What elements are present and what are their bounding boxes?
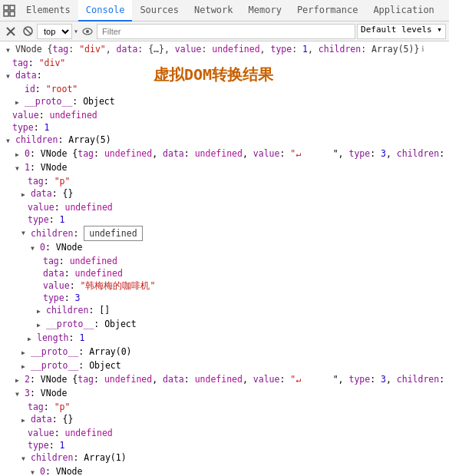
toggle-child2[interactable] [15,373,25,387]
console-line-ch0-value: value: "韩梅梅的咖啡机" [0,279,449,292]
console-line-ch0-array0: length: 1 [0,332,449,345]
toggle-child1-ch0[interactable] [31,241,40,255]
console-line-children-proto1: __proto__: Array(0) [0,345,449,359]
tooltip-undefined: undefined [84,226,142,241]
toggle-child3-data[interactable] [21,413,31,427]
tab-console[interactable]: Console [78,0,133,21]
console-line-child3-value: value: undefined [0,427,449,439]
console-line-child1-type: type: 1 [0,213,449,226]
tab-elements[interactable]: Elements [18,0,78,21]
console-line-value: value: undefined [0,109,449,121]
console-line-child3-ch0: 0: VNode [0,465,449,476]
console-toolbar: top ▾ Default levels ▾ [0,21,449,41]
context-select[interactable]: top [37,24,72,39]
console-line-child3-children: children: Array(1) [0,451,449,465]
toggle-child1[interactable] [15,161,25,175]
toggle-child3-children[interactable] [21,451,31,465]
toggle-vnode-root[interactable] [6,43,15,57]
eye-button[interactable] [80,24,95,39]
svg-point-9 [86,30,89,33]
annotation-label: 虚拟DOM转换结果 [154,64,273,85]
expand-icon-1[interactable]: ℹ [421,43,432,54]
console-line-child0: 0: VNode {tag: undefined, data: undefine… [0,147,449,161]
console-line-child1-value: value: undefined [0,201,449,213]
toggle-ch0-children[interactable] [37,304,46,318]
toggle-ch0-proto[interactable] [37,318,46,332]
console-line-ch0-children: children: [] [0,304,449,318]
svg-rect-3 [10,12,15,16]
console-line-ch0-data: data: undefined [0,267,449,279]
context-arrow[interactable]: ▾ [74,27,78,35]
console-line-ch0-type: type: 3 [0,292,449,304]
console-line-child1-proto: __proto__: Object [0,359,449,373]
console-line-children-expand: children: Array(5) [0,134,449,147]
devtools-icon [3,5,15,17]
console-line-child3-type: type: 1 [0,439,449,451]
stop-button[interactable] [20,24,35,39]
console-line-child1-expand: 1: VNode [0,161,449,175]
tab-sources[interactable]: Sources [132,0,187,21]
toggle-child0[interactable] [15,147,25,161]
default-levels-button[interactable]: Default levels ▾ [357,24,446,39]
console-line-ch0-tag: tag: undefined [0,255,449,267]
toggle-proto-data[interactable] [15,95,25,109]
console-line-child2: 2: VNode {tag: undefined, data: undefine… [0,373,449,387]
clear-console-button[interactable] [3,24,18,39]
console-line-child1-data: data: {} [0,187,449,201]
tab-bar: Elements Console Sources Network Memory … [0,0,449,21]
console-line-child3-tag: tag: "p" [0,401,449,413]
toggle-child1-children[interactable] [21,226,31,240]
tab-memory[interactable]: Memory [241,0,289,21]
tab-application[interactable]: Application [365,0,441,21]
toggle-child3[interactable] [15,387,25,401]
toggle-ch0-array0[interactable] [28,332,37,345]
toggle-children[interactable] [6,134,15,147]
svg-rect-0 [4,5,8,10]
console-area: 虚拟DOM转换结果 VNode {tag: "div", data: {…}, … [0,41,449,476]
console-log-line-1: VNode {tag: "div", data: {…}, value: und… [0,43,449,57]
filter-input[interactable] [97,24,355,39]
svg-rect-1 [10,5,15,10]
console-line-child3-expand: 3: VNode [0,387,449,401]
tab-performance[interactable]: Performance [289,0,365,21]
svg-rect-2 [4,12,8,16]
console-line-type: type: 1 [0,121,449,134]
console-line-proto-data: __proto__: Object [0,95,449,109]
svg-line-7 [25,28,31,34]
toggle-child3-ch0[interactable] [31,465,40,476]
tab-security[interactable]: Security [442,0,449,21]
console-line-child1-ch0: 0: VNode [0,241,449,255]
console-line-child3-data: data: {} [0,413,449,427]
console-line-child1-children: children: undefined [0,226,449,241]
toggle-children-proto1[interactable] [21,345,31,359]
toggle-data[interactable] [6,69,15,83]
tab-network[interactable]: Network [187,0,241,21]
toggle-child1-data[interactable] [21,187,31,201]
console-line-ch0-proto: __proto__: Object [0,318,449,332]
toggle-child1-proto[interactable] [21,359,31,373]
console-line-child1-tag: tag: "p" [0,175,449,187]
